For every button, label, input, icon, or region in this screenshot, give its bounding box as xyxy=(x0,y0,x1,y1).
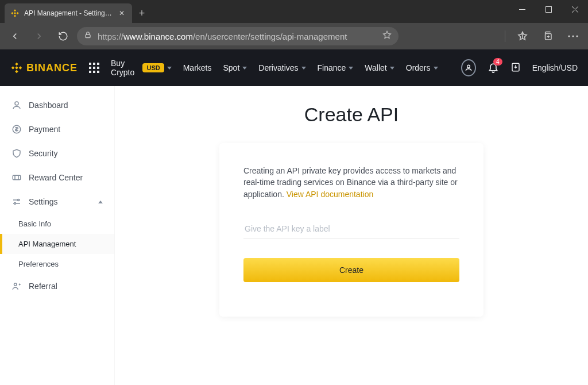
svg-point-4 xyxy=(572,35,574,37)
window-maximize-button[interactable] xyxy=(535,0,562,18)
referral-icon xyxy=(11,281,22,291)
nav-buy-crypto-label: Buy Crypto xyxy=(111,59,140,77)
account-icon[interactable] xyxy=(461,59,476,76)
main-content: Create API Creating an API private key p… xyxy=(115,86,588,385)
caret-down-icon xyxy=(167,67,172,70)
caret-down-icon xyxy=(390,67,394,70)
favorites-icon[interactable] xyxy=(512,26,533,47)
create-api-card: Creating an API private key provides acc… xyxy=(219,143,483,317)
svg-point-11 xyxy=(18,199,20,201)
nav-derivatives[interactable]: Derivatives xyxy=(258,63,305,72)
svg-point-5 xyxy=(576,35,578,37)
window-titlebar: API Management - Settings - Bin ✕ + xyxy=(0,0,588,23)
svg-rect-10 xyxy=(13,175,21,180)
sidebar-label: Settings xyxy=(29,197,58,206)
chevron-up-icon xyxy=(98,201,103,203)
url-text: https://www.binance.com/en/usercenter/se… xyxy=(98,32,377,41)
svg-point-6 xyxy=(467,65,470,68)
binance-logo[interactable]: BINANCE xyxy=(10,61,78,74)
sidebar-sub-preferences[interactable]: Preferences xyxy=(0,254,114,274)
svg-point-12 xyxy=(14,203,16,205)
caret-down-icon xyxy=(242,67,247,70)
sidebar-label: Reward Center xyxy=(29,173,83,182)
svg-point-13 xyxy=(14,283,17,286)
api-description: Creating an API private key provides acc… xyxy=(243,165,459,200)
tab-close-icon[interactable]: ✕ xyxy=(117,9,126,17)
nav-orders[interactable]: Orders xyxy=(406,63,438,72)
site-header: BINANCE Buy Crypto USD Markets Spot Deri… xyxy=(0,49,588,86)
locale-switcher[interactable]: English/USD xyxy=(532,63,578,72)
address-bar[interactable]: https://www.binance.com/en/usercenter/se… xyxy=(77,27,399,45)
page-body: Dashboard Payment Security Reward Center… xyxy=(0,86,588,385)
tab-favicon xyxy=(10,9,20,18)
sidebar-label: Dashboard xyxy=(29,101,68,110)
sidebar-item-dashboard[interactable]: Dashboard xyxy=(0,93,114,117)
more-icon[interactable] xyxy=(563,26,583,47)
svg-rect-1 xyxy=(86,34,90,37)
back-button[interactable] xyxy=(5,26,25,47)
tab-title: API Management - Settings - Bin xyxy=(24,9,113,17)
page-title: Create API xyxy=(304,103,399,126)
refresh-button[interactable] xyxy=(53,26,74,47)
new-tab-button[interactable]: + xyxy=(132,3,152,23)
sidebar-label: Payment xyxy=(29,125,60,134)
caret-down-icon xyxy=(349,67,353,70)
sidebar-item-settings[interactable]: Settings xyxy=(0,190,114,214)
apps-grid-icon[interactable] xyxy=(89,63,99,73)
sidebar-sub-basic-info[interactable]: Basic Info xyxy=(0,214,114,234)
svg-rect-0 xyxy=(546,6,551,12)
usd-pill: USD xyxy=(142,63,164,72)
nav-spot[interactable]: Spot xyxy=(223,63,247,72)
ticket-icon xyxy=(11,172,22,183)
notification-badge: 4 xyxy=(493,58,502,66)
notifications-button[interactable]: 4 xyxy=(488,61,499,75)
user-icon xyxy=(11,100,22,110)
window-controls xyxy=(509,0,588,18)
create-button[interactable]: Create xyxy=(243,258,459,282)
window-close-button[interactable] xyxy=(562,0,588,18)
svg-point-8 xyxy=(15,102,18,105)
forward-button[interactable] xyxy=(29,26,49,47)
nav-buy-crypto[interactable]: Buy Crypto USD xyxy=(111,59,172,77)
star-outline-icon[interactable] xyxy=(382,30,392,42)
caret-down-icon xyxy=(301,67,306,70)
browser-tab[interactable]: API Management - Settings - Bin ✕ xyxy=(5,3,132,23)
nav-wallet[interactable]: Wallet xyxy=(365,63,394,72)
window-minimize-button[interactable] xyxy=(509,0,535,18)
dollar-icon xyxy=(11,124,22,134)
api-label-input[interactable] xyxy=(243,220,459,238)
binance-wordmark: BINANCE xyxy=(26,62,78,74)
sidebar-sub-api-management[interactable]: API Management xyxy=(0,234,114,254)
sidebar-item-security[interactable]: Security xyxy=(0,141,114,165)
sidebar-label: Referral xyxy=(29,282,57,291)
lock-icon xyxy=(84,31,92,41)
toolbar-divider xyxy=(505,30,505,42)
browser-toolbar: https://www.binance.com/en/usercenter/se… xyxy=(0,23,588,49)
shield-icon xyxy=(11,148,22,159)
sidebar-label: Security xyxy=(29,149,58,158)
sidebar-item-reward[interactable]: Reward Center xyxy=(0,165,114,190)
nav-finance[interactable]: Finance xyxy=(318,63,354,72)
sliders-icon xyxy=(11,197,22,207)
svg-point-3 xyxy=(568,35,570,37)
caret-down-icon xyxy=(434,67,438,70)
sidebar: Dashboard Payment Security Reward Center… xyxy=(0,86,115,385)
api-doc-link[interactable]: View API documentation xyxy=(287,190,374,199)
sidebar-item-payment[interactable]: Payment xyxy=(0,117,114,141)
collections-icon[interactable] xyxy=(537,26,558,47)
sidebar-item-referral[interactable]: Referral xyxy=(0,274,114,298)
download-icon[interactable] xyxy=(510,62,521,74)
nav-markets[interactable]: Markets xyxy=(183,63,212,72)
